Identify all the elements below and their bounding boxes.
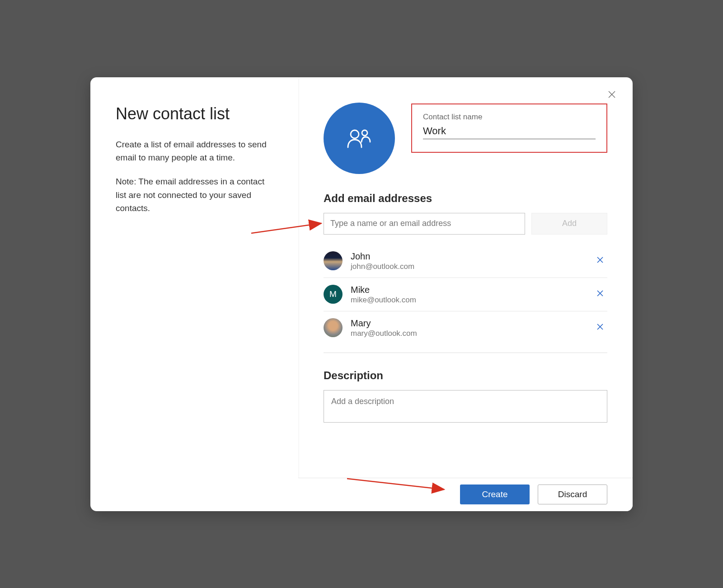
- contact-info: Marymary@outlook.com: [351, 318, 593, 338]
- contact-avatar: [324, 318, 343, 337]
- dialog-description-2: Note: The email addresses in a contact l…: [116, 175, 277, 215]
- form-panel: Contact list name Work Add email address…: [298, 77, 633, 511]
- close-icon: [596, 323, 604, 330]
- contact-email: john@outlook.com: [351, 262, 593, 271]
- remove-contact-button[interactable]: [593, 320, 607, 336]
- contact-row: Marymary@outlook.com: [324, 311, 607, 344]
- close-icon: [608, 91, 615, 98]
- contact-row: Johnjohn@outlook.com: [324, 245, 607, 278]
- email-address-input[interactable]: [324, 213, 525, 235]
- add-emails-heading: Add email addresses: [324, 192, 607, 205]
- contact-avatar: M: [324, 285, 343, 304]
- description-heading: Description: [324, 369, 607, 382]
- contact-avatar: [324, 251, 343, 270]
- remove-contact-button[interactable]: [593, 286, 607, 302]
- contact-email: mike@outlook.com: [351, 296, 593, 305]
- create-button[interactable]: Create: [460, 485, 530, 504]
- add-button[interactable]: Add: [531, 213, 607, 235]
- contact-name: John: [351, 251, 593, 262]
- info-panel: New contact list Create a list of email …: [90, 77, 298, 511]
- contact-list-name-label: Contact list name: [423, 113, 596, 122]
- close-icon: [596, 290, 604, 297]
- svg-point-1: [362, 130, 367, 136]
- contact-row: MMikemike@outlook.com: [324, 278, 607, 311]
- contact-info: Mikemike@outlook.com: [351, 284, 593, 305]
- discard-button[interactable]: Discard: [538, 485, 607, 504]
- contact-email: mary@outlook.com: [351, 329, 593, 338]
- dialog-title: New contact list: [116, 104, 277, 123]
- section-divider: [324, 353, 607, 353]
- svg-point-0: [351, 130, 359, 138]
- people-icon: [347, 128, 372, 148]
- remove-contact-button[interactable]: [593, 253, 607, 269]
- new-contact-list-dialog: New contact list Create a list of email …: [90, 77, 633, 511]
- description-input[interactable]: [324, 390, 607, 423]
- dialog-description-1: Create a list of email addresses to send…: [116, 138, 277, 165]
- close-button[interactable]: [606, 88, 618, 101]
- contact-list-name-field-highlight: Contact list name Work: [411, 103, 607, 153]
- contact-name: Mary: [351, 318, 593, 329]
- contact-info: Johnjohn@outlook.com: [351, 251, 593, 271]
- contact-name: Mike: [351, 284, 593, 295]
- contact-list-name-input[interactable]: Work: [423, 125, 596, 139]
- dialog-footer: Create Discard: [298, 478, 633, 511]
- contact-list-avatar: [324, 103, 395, 174]
- close-icon: [596, 256, 604, 263]
